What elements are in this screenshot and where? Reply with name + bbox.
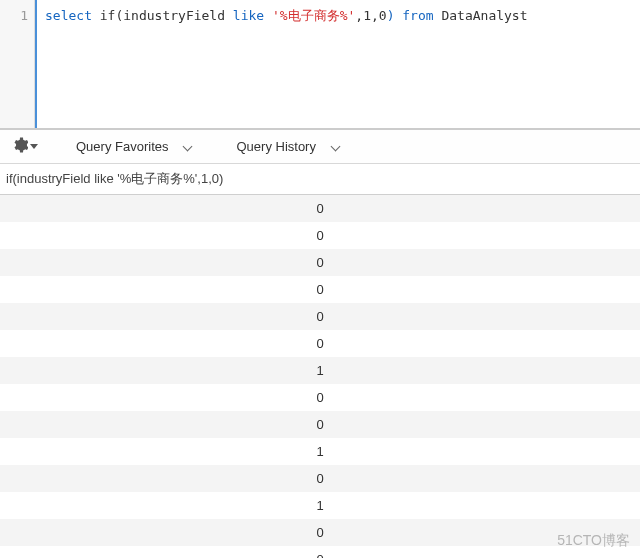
query-favorites-button[interactable]: Query Favorites — [66, 139, 202, 154]
chevron-down-icon — [30, 144, 38, 149]
chevron-down-icon — [182, 142, 192, 152]
table-name: DataAnalyst — [434, 8, 528, 23]
results-toolbar: Query Favorites Query History — [0, 130, 640, 164]
code-segment: if(industryField — [92, 8, 233, 23]
settings-button[interactable] — [8, 135, 42, 158]
chevron-down-icon — [330, 142, 340, 152]
cell-value: 0 — [316, 309, 323, 324]
query-history-button[interactable]: Query History — [226, 139, 349, 154]
cell-value: 0 — [316, 552, 323, 558]
table-row[interactable]: 0 — [0, 546, 640, 558]
cell-value: 1 — [316, 363, 323, 378]
kw-like: like — [233, 8, 264, 23]
table-row[interactable]: 0 — [0, 411, 640, 438]
table-row[interactable]: 1 — [0, 357, 640, 384]
code-args: ,1,0 — [355, 8, 386, 23]
table-row[interactable]: 0 — [0, 222, 640, 249]
table-row[interactable]: 0 — [0, 384, 640, 411]
cell-value: 0 — [316, 390, 323, 405]
cell-value: 1 — [316, 498, 323, 513]
table-row[interactable]: 0 — [0, 276, 640, 303]
results-grid: if(industryField like '%电子商务%',1,0) 0000… — [0, 164, 640, 558]
code-text[interactable]: select if(industryField like '%电子商务%',1,… — [35, 0, 640, 128]
cell-value: 0 — [316, 417, 323, 432]
cell-value: 0 — [316, 471, 323, 486]
table-row[interactable]: 0 — [0, 330, 640, 357]
table-row[interactable]: 0 — [0, 303, 640, 330]
cell-value: 0 — [316, 255, 323, 270]
table-row[interactable]: 1 — [0, 492, 640, 519]
cell-value: 0 — [316, 228, 323, 243]
gear-icon — [12, 137, 28, 156]
string-literal: '%电子商务%' — [272, 8, 355, 23]
line-gutter: 1 — [0, 0, 35, 128]
cell-value: 0 — [316, 282, 323, 297]
query-favorites-label: Query Favorites — [76, 139, 168, 154]
table-row[interactable]: 0 — [0, 519, 640, 546]
kw-select: select — [45, 8, 92, 23]
query-history-label: Query History — [236, 139, 315, 154]
cell-value: 0 — [316, 201, 323, 216]
code-space — [264, 8, 272, 23]
table-row[interactable]: 0 — [0, 195, 640, 222]
sql-editor[interactable]: 1 select if(industryField like '%电子商务%',… — [0, 0, 640, 130]
cell-value: 0 — [316, 336, 323, 351]
cell-value: 1 — [316, 444, 323, 459]
column-header[interactable]: if(industryField like '%电子商务%',1,0) — [0, 164, 640, 195]
watermark-text: 51CTO博客 — [557, 532, 630, 550]
table-row[interactable]: 0 — [0, 465, 640, 492]
kw-from: from — [402, 8, 433, 23]
line-number: 1 — [0, 6, 34, 26]
table-row[interactable]: 1 — [0, 438, 640, 465]
cell-value: 0 — [316, 525, 323, 540]
table-row[interactable]: 0 — [0, 249, 640, 276]
